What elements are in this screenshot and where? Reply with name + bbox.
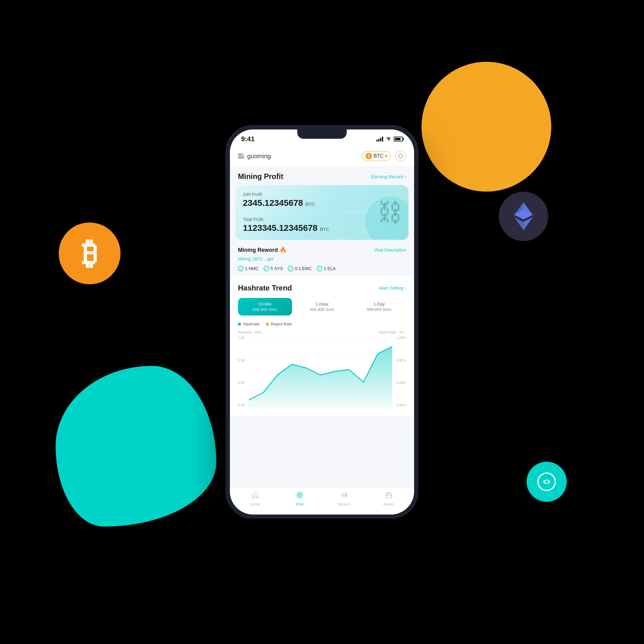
hashrate-section: Hashrate Trend Alam Setting › 10-Min 999… (230, 276, 414, 416)
mining-profit-title: Mining Profit (238, 172, 283, 181)
logo-icon (537, 472, 557, 492)
header-left: guoming (238, 153, 271, 160)
reward-title: Mining Reword 🔥 (238, 247, 286, 253)
header-right: ₿ BTC ▾ ⬡ (362, 150, 406, 162)
reward-item-emc: ✓ 0.1 EMC (288, 266, 311, 271)
chain-decoration-icon: ⛓ (378, 198, 402, 227)
hashrate-chart: 1.00 0.80 0.60 0.40 1.00% 0.80% 0.60% 0.… (238, 336, 406, 416)
currency-label: BTC (374, 153, 383, 159)
total-profit-value: 1123345.12345678 BTC (243, 223, 401, 233)
nav-assets[interactable]: Assets (366, 491, 411, 506)
reject-rate-dot-icon (266, 323, 269, 326)
home-nav-label: Home (250, 502, 260, 506)
chart-legend: Hashrate Reject Rate (238, 322, 406, 326)
app-header: guoming ₿ BTC ▾ ⬡ (230, 146, 414, 166)
chart-axis-headers: Hashrate（H/S） Reject Rate（%） (238, 330, 406, 335)
workers-icon (341, 491, 348, 501)
tab-10min[interactable]: 10-Min 999.908 Sol/s (238, 298, 292, 316)
y-axis-right: 1.00% 0.80% 0.60% 0.40% (396, 336, 406, 407)
home-icon (252, 491, 259, 501)
hashrate-chart-svg (249, 336, 392, 407)
reward-item-sys: ✓ 5 SYS (264, 266, 283, 271)
settings-button[interactable]: ⬡ (395, 150, 406, 162)
svg-marker-4 (514, 210, 533, 219)
profit-divider (243, 212, 401, 213)
reward-item-nmc: ✓ 1 NMC (238, 266, 259, 271)
assets-nav-label: Assets (383, 502, 394, 506)
alarm-setting-link[interactable]: Alam Setting › (379, 286, 406, 290)
check-icon: ✓ (317, 266, 322, 271)
reward-header: Mining Reword 🔥 View Description (238, 247, 406, 253)
wifi-icon (386, 136, 391, 142)
profit-24h-label: 24H Profit (243, 192, 401, 197)
pool-icon (296, 491, 303, 501)
reject-rate-legend-label: Reject Rate (271, 322, 292, 326)
status-icons (376, 136, 403, 142)
nav-workers[interactable]: Workers (322, 491, 366, 506)
ethereum-icon (514, 202, 533, 230)
currency-chevron-icon: ▾ (385, 154, 387, 158)
svg-rect-17 (386, 494, 392, 498)
check-icon: ✓ (238, 266, 244, 271)
mining-profit-header: Mining Profit Earning Record › (230, 166, 414, 185)
btc-coin-icon: ₿ (366, 153, 372, 159)
bg-yellow-decoration (422, 62, 551, 192)
chart-svg-container (249, 336, 392, 407)
legend-reject-rate: Reject Rate (266, 322, 292, 326)
hashrate-header: Hashrate Trend Alam Setting › (238, 284, 406, 292)
pool-nav-label: Pool (296, 502, 303, 506)
time-tabs: 10-Min 999.908 Sol/s 1-Hour 999.908 Sol/… (238, 298, 406, 316)
check-icon: ✓ (264, 266, 269, 271)
legend-hashrate: Hashrate (238, 322, 260, 326)
svg-marker-2 (514, 217, 523, 230)
reward-subtitle: Mining 1BTC，get (238, 256, 406, 262)
menu-icon[interactable] (238, 154, 244, 158)
profit-card: 24H Profit 2345.12345678 BTC Total Profi… (235, 185, 409, 240)
y-axis-left: 1.00 0.80 0.60 0.40 (238, 336, 244, 407)
bitcoin-decoration: ₿ (59, 222, 121, 284)
hashrate-dot-icon (238, 323, 241, 326)
fire-icon: 🔥 (280, 247, 286, 253)
y-axis-right-label: Reject Rate（%） (379, 330, 406, 335)
main-scroll-content: Mining Profit Earning Record › 24H Profi… (230, 166, 414, 487)
currency-selector[interactable]: ₿ BTC ▾ (362, 151, 391, 161)
hashrate-legend-label: Hashrate (243, 322, 260, 326)
mining-reward-section: Mining Reword 🔥 View Description Mining … (230, 245, 414, 276)
svg-point-16 (343, 494, 344, 496)
signal-icon (376, 137, 383, 142)
tab-1day[interactable]: 1-Day 999.908 Sol/s (352, 298, 406, 316)
battery-icon (394, 137, 403, 142)
phone-screen: 9:41 (230, 129, 414, 515)
svg-marker-3 (523, 217, 533, 230)
nav-home[interactable]: Home (233, 491, 278, 506)
profit-24h-value: 2345.12345678 BTC (243, 198, 401, 208)
y-axis-left-label: Hashrate（H/S） (238, 330, 264, 335)
hashrate-title: Hashrate Trend (238, 284, 292, 292)
svg-point-6 (545, 480, 548, 483)
bottom-navigation: Home Pool (230, 487, 414, 515)
bitcoin-symbol-icon: ₿ (82, 238, 97, 269)
earning-record-link[interactable]: Earning Record › (371, 174, 406, 179)
green-logo-decoration (527, 462, 567, 502)
total-profit-label: Total Profit (243, 217, 401, 222)
reward-item-ela: ✓ 1 ELA (317, 266, 336, 271)
ethereum-decoration (499, 192, 548, 241)
status-time: 9:41 (241, 135, 255, 143)
phone-notch (297, 129, 347, 139)
nav-pool[interactable]: Pool (278, 491, 322, 506)
tab-1hour[interactable]: 1-Hour 999.908 Sol/s (295, 298, 349, 316)
chevron-right-icon: › (405, 174, 406, 179)
phone-mockup: 9:41 (226, 126, 418, 518)
bg-teal-decoration (56, 366, 216, 527)
view-description-link[interactable]: View Description (374, 248, 406, 252)
reward-items-list: ✓ 1 NMC ✓ 5 SYS ✓ 0.1 EMC ✓ (238, 266, 406, 271)
workers-nav-label: Workers (337, 502, 351, 506)
phone-frame: 9:41 (226, 126, 418, 518)
check-icon: ✓ (288, 266, 293, 271)
assets-icon (385, 491, 392, 501)
username-label: guoming (247, 153, 271, 160)
svg-point-14 (299, 494, 300, 496)
chevron-right-icon: › (405, 286, 406, 290)
